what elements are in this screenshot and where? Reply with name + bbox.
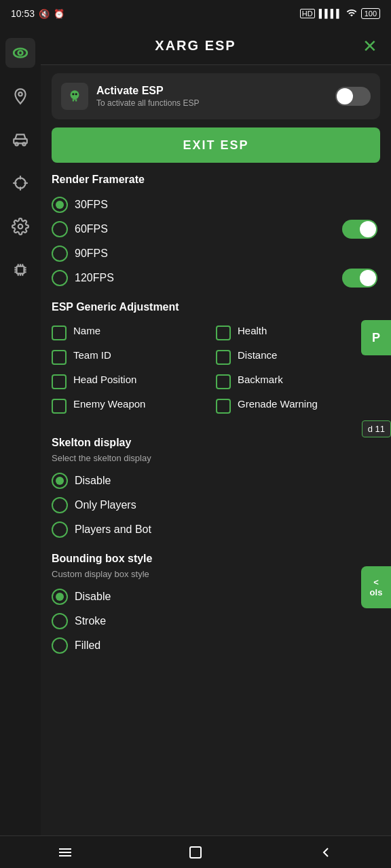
app-header: XARG ESP ✕ bbox=[0, 27, 391, 65]
fps-30-item[interactable]: 30FPS bbox=[52, 193, 380, 217]
right-badge-ols[interactable]: <ols bbox=[361, 566, 391, 608]
bbox-filled-item[interactable]: Filled bbox=[52, 633, 380, 658]
checkbox-backmark[interactable]: Backmark bbox=[216, 369, 380, 393]
svg-point-6 bbox=[15, 178, 25, 188]
skeleton-section: Skelton display Select the skelton displ… bbox=[52, 437, 380, 542]
skeleton-subtitle: Select the skelton display bbox=[52, 453, 380, 463]
fps-60-label: 60FPS bbox=[75, 223, 108, 235]
close-button[interactable]: ✕ bbox=[362, 37, 377, 55]
fps-60-toggle[interactable] bbox=[342, 220, 377, 239]
bbox-stroke-item[interactable]: Stroke bbox=[52, 609, 380, 633]
wifi-icon bbox=[346, 7, 357, 20]
esp-generic-section: ESP Generic Adjustment Name Team ID Head… bbox=[52, 301, 380, 418]
sidebar-item-chip[interactable] bbox=[5, 255, 35, 285]
skeleton-only-players-label: Only Players bbox=[75, 499, 136, 511]
svg-point-1 bbox=[18, 51, 23, 56]
nav-bar bbox=[0, 835, 391, 868]
mute-icon: 🔇 bbox=[39, 9, 50, 19]
alarm-icon: ⏰ bbox=[54, 9, 64, 19]
fps-120-radio[interactable] bbox=[52, 270, 68, 286]
activate-esp-subtitle: To activate all functions ESP bbox=[96, 98, 327, 108]
skeleton-only-players-item[interactable]: Only Players bbox=[52, 493, 380, 517]
exit-esp-button[interactable]: EXIT ESP bbox=[52, 127, 380, 163]
skeleton-players-bot-label: Players and Bot bbox=[75, 524, 151, 536]
right-badge-p[interactable]: P bbox=[361, 320, 391, 355]
sidebar-item-vehicle[interactable] bbox=[5, 125, 35, 155]
checkbox-distance-box[interactable] bbox=[216, 350, 231, 365]
toggle-thumb bbox=[337, 88, 353, 104]
checkbox-head-label: Head Position bbox=[73, 373, 136, 387]
checkbox-name-label: Name bbox=[73, 324, 100, 338]
bounding-box-section: Bounding box style Custom display box st… bbox=[52, 553, 380, 658]
sidebar bbox=[0, 27, 41, 285]
bbox-filled-radio[interactable] bbox=[52, 637, 68, 654]
hd-badge: HD bbox=[300, 9, 315, 18]
skeleton-disable-radio[interactable] bbox=[52, 473, 68, 489]
checkbox-distance-label: Distance bbox=[238, 349, 277, 362]
sidebar-item-location[interactable] bbox=[5, 81, 35, 111]
bbox-stroke-radio[interactable] bbox=[52, 613, 68, 629]
checkbox-grenade-warning[interactable]: Grenade Warning bbox=[216, 393, 380, 418]
status-left: 10:53 🔇 ⏰ bbox=[11, 8, 64, 19]
activate-esp-text: Activate ESP To activate all functions E… bbox=[96, 85, 327, 108]
checkbox-name-box[interactable] bbox=[52, 326, 67, 340]
fps-30-label: 30FPS bbox=[75, 199, 108, 211]
status-right: HD ▌▌▌▌ 100 bbox=[300, 7, 380, 20]
checkbox-health-box[interactable] bbox=[216, 326, 231, 340]
checkbox-head-box[interactable] bbox=[52, 374, 67, 389]
checkbox-distance[interactable]: Distance bbox=[216, 344, 380, 369]
svg-rect-29 bbox=[59, 852, 71, 853]
time-display: 10:53 bbox=[11, 8, 35, 19]
nav-back-button[interactable] bbox=[311, 837, 341, 867]
activate-esp-icon bbox=[61, 83, 88, 110]
svg-rect-30 bbox=[59, 855, 71, 856]
bbox-disable-radio[interactable] bbox=[52, 589, 68, 605]
checkbox-teamid-label: Team ID bbox=[73, 349, 111, 362]
header-title: XARG ESP bbox=[155, 38, 236, 54]
skeleton-players-bot-radio[interactable] bbox=[52, 521, 68, 538]
checkbox-health-label: Health bbox=[238, 324, 267, 338]
bounding-box-title: Bounding box style bbox=[52, 553, 380, 565]
skeleton-players-bot-item[interactable]: Players and Bot bbox=[52, 517, 380, 542]
bbox-disable-item[interactable]: Disable bbox=[52, 585, 380, 609]
activate-esp-toggle[interactable] bbox=[335, 87, 371, 106]
sidebar-item-crosshair[interactable] bbox=[5, 168, 35, 198]
checkbox-backmark-box[interactable] bbox=[216, 374, 231, 389]
checkbox-teamid-box[interactable] bbox=[52, 350, 67, 365]
checkbox-grenade-label: Grenade Warning bbox=[238, 397, 318, 411]
bounding-box-subtitle: Custom display box style bbox=[52, 569, 380, 579]
signal-icon: ▌▌▌▌ bbox=[319, 9, 342, 18]
checkbox-backmark-label: Backmark bbox=[238, 373, 283, 387]
fps-120-toggle[interactable] bbox=[342, 269, 377, 288]
sidebar-item-settings[interactable] bbox=[5, 212, 35, 241]
fps-120-item[interactable]: 120FPS bbox=[52, 266, 114, 290]
render-framerate-section: Render Framerate 30FPS 60FPS 90FPS 120FP… bbox=[52, 174, 380, 290]
fps-120-label: 120FPS bbox=[75, 272, 114, 284]
fps-60-radio[interactable] bbox=[52, 221, 68, 237]
svg-point-11 bbox=[18, 224, 23, 229]
skeleton-only-players-radio[interactable] bbox=[52, 497, 68, 513]
activate-esp-title: Activate ESP bbox=[96, 85, 327, 97]
checkbox-head-position[interactable]: Head Position bbox=[52, 369, 216, 393]
status-bar: 10:53 🔇 ⏰ HD ▌▌▌▌ 100 bbox=[0, 0, 391, 27]
svg-point-27 bbox=[75, 93, 77, 95]
checkbox-health[interactable]: Health bbox=[216, 320, 380, 344]
checkbox-weapon-label: Enemy Weapon bbox=[73, 397, 145, 411]
checkbox-enemy-weapon[interactable]: Enemy Weapon bbox=[52, 393, 216, 418]
svg-point-25 bbox=[71, 90, 79, 99]
fps-90-item[interactable]: 90FPS bbox=[52, 241, 380, 266]
fps-90-radio[interactable] bbox=[52, 245, 68, 262]
right-badge-d11: d 11 bbox=[362, 420, 391, 437]
checkbox-grenade-box[interactable] bbox=[216, 399, 231, 414]
skeleton-title: Skelton display bbox=[52, 437, 380, 449]
bbox-disable-label: Disable bbox=[75, 591, 111, 603]
sidebar-item-eye[interactable] bbox=[5, 38, 35, 68]
fps-60-item[interactable]: 60FPS bbox=[52, 217, 108, 241]
checkbox-name[interactable]: Name bbox=[52, 320, 216, 344]
nav-menu-button[interactable] bbox=[50, 837, 80, 867]
nav-home-button[interactable] bbox=[181, 837, 210, 867]
skeleton-disable-item[interactable]: Disable bbox=[52, 469, 380, 493]
checkbox-teamid[interactable]: Team ID bbox=[52, 344, 216, 369]
checkbox-weapon-box[interactable] bbox=[52, 399, 67, 414]
fps-30-radio[interactable] bbox=[52, 197, 68, 213]
